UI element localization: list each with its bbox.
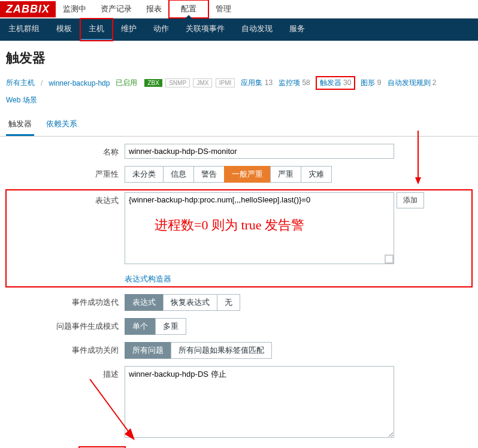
bc-status: 已启用 (116, 78, 137, 88)
form: 名称 严重性 未分类 信息 警告 一般严重 严重 灾难 表达式 添加 进程数=0… (0, 137, 478, 448)
bc-allhosts[interactable]: 所有主机 (6, 78, 35, 88)
subnav-templates[interactable]: 模板 (48, 19, 80, 41)
subnav-correlation[interactable]: 关联项事件 (177, 19, 233, 41)
bc-host[interactable]: winner-backup-hdp (49, 79, 110, 87)
top-nav: ZABBIX 监测中 资产记录 报表 配置 管理 (0, 0, 478, 19)
label-description: 描述 (6, 366, 125, 380)
label-event-close: 事件成功关闭 (6, 342, 125, 356)
close-all[interactable]: 所有问题 (125, 342, 171, 359)
nav-inventory[interactable]: 资产记录 (93, 0, 139, 18)
bc-monitor[interactable]: 监控项 (279, 78, 300, 87)
bc-web[interactable]: Web 场景 (6, 95, 37, 105)
annotation-expr: 进程数=0 则为 true 发告警 (155, 216, 472, 234)
page-title: 触发器 (0, 41, 478, 72)
subnav-services[interactable]: 服务 (281, 19, 313, 41)
close-tagged[interactable]: 所有问题如果标签值匹配 (171, 342, 272, 359)
severity-average[interactable]: 一般严重 (224, 166, 271, 183)
mode-single[interactable]: 单个 (125, 318, 156, 335)
subnav-discovery[interactable]: 自动发现 (233, 19, 281, 41)
badge-ipmi: IPMI (216, 78, 235, 87)
badge-zbx: ZBX (144, 79, 162, 87)
label-expression: 表达式 (6, 192, 125, 206)
subnav-hosts[interactable]: 主机 (80, 19, 113, 41)
bc-discover[interactable]: 自动发现规则 (388, 78, 431, 87)
label-event-iterate: 事件成功迭代 (6, 294, 125, 308)
tab-dependency[interactable]: 依赖关系 (44, 114, 80, 136)
label-problem-mode: 问题事件生成模式 (6, 318, 125, 332)
tab-trigger[interactable]: 触发器 (6, 114, 34, 136)
bc-triggers[interactable]: 触发器 (320, 78, 341, 87)
nav-configuration[interactable]: 配置 (169, 0, 208, 18)
severity-info[interactable]: 信息 (163, 166, 194, 183)
severity-unclassified[interactable]: 未分类 (125, 166, 164, 183)
bc-apps[interactable]: 应用集 (241, 78, 262, 87)
iterate-none[interactable]: 无 (217, 294, 240, 311)
iterate-expression[interactable]: 表达式 (125, 294, 164, 311)
textarea-description[interactable] (125, 366, 394, 438)
bc-graphs[interactable]: 图形 (361, 78, 375, 87)
sub-nav: 主机群组 模板 主机 维护 动作 关联项事件 自动发现 服务 (0, 19, 478, 41)
label-severity: 严重性 (6, 166, 125, 180)
link-expr-builder[interactable]: 表达式构造器 (125, 274, 472, 284)
mode-multiple[interactable]: 多重 (155, 318, 186, 335)
badge-jmx: JMX (193, 78, 212, 87)
tabs: 触发器 依赖关系 (0, 114, 478, 137)
nav-monitoring[interactable]: 监测中 (56, 0, 93, 18)
severity-high[interactable]: 严重 (270, 166, 301, 183)
severity-disaster[interactable]: 灾难 (301, 166, 332, 183)
logo: ZABBIX (0, 1, 56, 17)
subnav-actions[interactable]: 动作 (145, 19, 177, 41)
label-name: 名称 (6, 144, 125, 158)
badge-snmp: SNMP (165, 78, 190, 87)
btn-add-expr[interactable]: 添加 (397, 192, 424, 208)
breadcrumb: 所有主机 / winner-backup-hdp 已启用 ZBX SNMP JM… (0, 72, 478, 110)
input-name[interactable] (125, 144, 394, 159)
nav-reports[interactable]: 报表 (139, 0, 169, 18)
subnav-hostgroups[interactable]: 主机群组 (0, 19, 48, 41)
iterate-recovery[interactable]: 恢复表达式 (163, 294, 217, 311)
bc-sep: / (41, 79, 43, 87)
nav-admin[interactable]: 管理 (208, 0, 238, 18)
subnav-maintenance[interactable]: 维护 (113, 19, 145, 41)
severity-warning[interactable]: 警告 (193, 166, 225, 183)
